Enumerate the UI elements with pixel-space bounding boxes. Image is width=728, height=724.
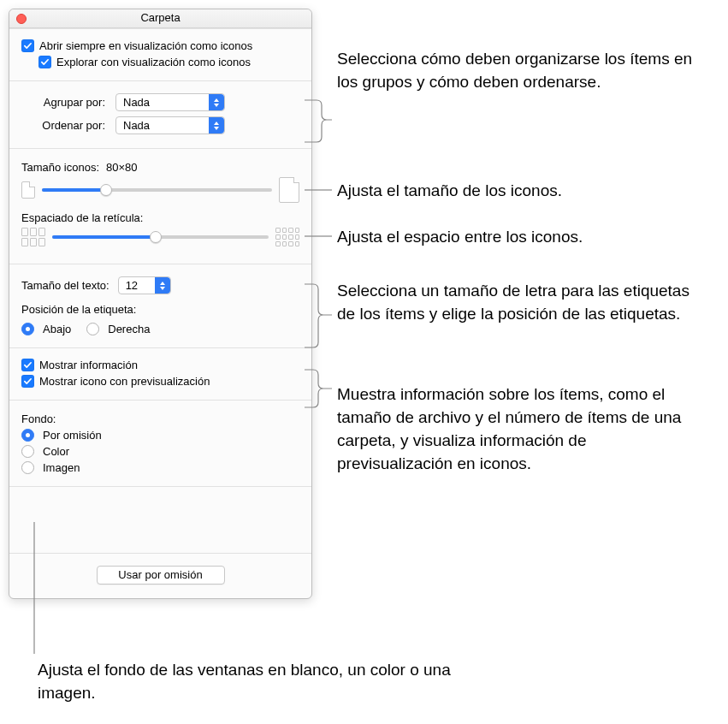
callout-icon-size: Ajusta el tamaño de los iconos. [337,180,705,203]
view-options-window: Carpeta Abrir siempre en visualización c… [9,9,312,599]
label-position-label: Posición de la etiqueta: [21,303,136,316]
background-color-text: Color [43,445,69,458]
sort-by-value: Nada [123,119,150,132]
background-default-radio[interactable] [21,429,34,442]
titlebar: Carpeta [9,9,311,28]
callout-background: Ajusta el fondo de las ventanas en blanc… [38,659,465,705]
background-image-radio[interactable] [21,461,34,474]
section-sizes: Tamaño iconos: 80×80 Espaciado de la ret… [9,148,311,264]
background-image-text: Imagen [43,461,80,474]
browse-icons-checkbox[interactable] [38,56,51,68]
callout-text: Selecciona un tamaño de letra para las e… [337,280,705,326]
group-by-label: Agrupar por: [21,96,115,109]
grid-spacing-label: Espaciado de la retícula: [21,211,143,224]
label-pos-right-text: Derecha [108,323,150,335]
always-open-icons-label: Abrir siempre en visualización como icon… [39,39,252,52]
browse-icons-label: Explorar con visualización como iconos [56,56,251,68]
section-group-sort: Agrupar por: Nada Ordenar por: Nada [9,80,311,148]
section-text: Tamaño del texto: 12 Posición de la etiq… [9,264,311,347]
use-defaults-button[interactable]: Usar por omisión [97,566,225,585]
show-info-checkbox[interactable] [21,359,34,371]
text-size-label: Tamaño del texto: [21,279,109,292]
sort-by-label: Ordenar por: [21,119,115,132]
show-preview-label: Mostrar icono con previsualización [39,375,210,388]
section-background: Fondo: Por omisión Color Imagen [9,400,311,486]
section-open-mode: Abrir siempre en visualización como icon… [9,28,311,80]
sort-by-select[interactable]: Nada [115,116,225,134]
show-info-label: Mostrar información [39,359,138,371]
callout-info: Muestra información sobre los ítems, com… [337,383,696,476]
select-arrows-icon [209,94,224,110]
close-icon[interactable] [16,14,27,24]
callout-spacing: Ajusta el espacio entre los iconos. [337,226,713,249]
always-open-icons-checkbox[interactable] [21,39,34,52]
window-title: Carpeta [140,11,180,24]
footer: Usar por omisión [9,553,311,598]
icon-size-slider[interactable] [42,181,272,199]
grid-loose-icon [275,228,299,246]
blank-section [9,486,311,553]
grid-tight-icon [21,228,45,246]
show-preview-checkbox[interactable] [21,375,34,388]
background-default-text: Por omisión [43,429,102,442]
text-size-select[interactable]: 12 [118,276,171,294]
background-color-radio[interactable] [21,445,34,458]
label-pos-bottom-text: Abajo [43,323,71,335]
label-pos-right-radio[interactable] [86,323,99,335]
large-document-icon [279,177,299,203]
group-by-select[interactable]: Nada [115,93,225,111]
select-arrows-icon [155,277,170,294]
callout-sort: Selecciona cómo deben organizarse los ít… [337,48,705,94]
section-info: Mostrar información Mostrar icono con pr… [9,347,311,400]
icon-size-value: 80×80 [106,161,138,174]
background-label: Fondo: [21,412,56,425]
label-pos-bottom-radio[interactable] [21,323,34,335]
text-size-value: 12 [126,279,138,292]
small-document-icon [21,181,35,199]
select-arrows-icon [209,117,224,134]
icon-size-label: Tamaño iconos: [21,161,99,174]
group-by-value: Nada [123,96,150,109]
grid-spacing-slider[interactable] [52,228,269,246]
